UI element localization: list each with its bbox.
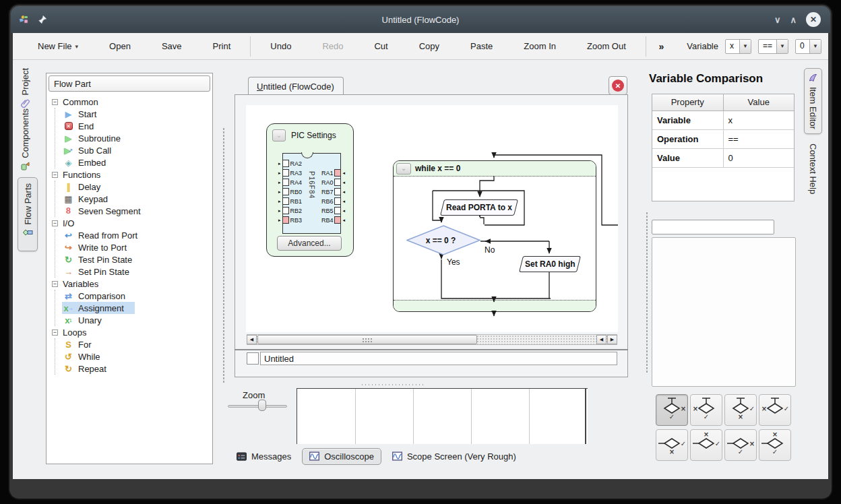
- toolbar-button-cut[interactable]: Cut: [365, 37, 397, 56]
- branch-option-2[interactable]: ×✓: [690, 394, 722, 426]
- collapse-icon[interactable]: −: [52, 99, 58, 105]
- right-panel-splitter[interactable]: [646, 212, 648, 373]
- tree-item-start[interactable]: ▶Start: [62, 108, 107, 120]
- sidebar-tab-context-help[interactable]: Context Help: [808, 144, 818, 197]
- titlebar[interactable]: Untitled (FlowCode) ∨ ∧ ✕: [11, 6, 830, 33]
- tree-item-while[interactable]: ↺While: [62, 350, 111, 363]
- minimize-icon[interactable]: ∨: [774, 15, 781, 25]
- tab-scope-screen-very-rough[interactable]: Scope Screen (Very Rough): [388, 449, 520, 464]
- tree-item-test-pin-state[interactable]: ↻Test Pin State: [62, 253, 143, 265]
- table-row[interactable]: Operation==: [652, 129, 794, 148]
- document-tab[interactable]: Untitled (FlowCode): [248, 77, 344, 95]
- tree-item-write-to-port[interactable]: ↪Write to Port: [62, 241, 137, 253]
- tree-item-set-pin-state[interactable]: →Set Pin State: [62, 265, 140, 278]
- toolbar-button-zoom-in[interactable]: Zoom In: [514, 37, 565, 56]
- pin-ra2: ▸RA2: [278, 160, 302, 167]
- toolbar-button-save[interactable]: Save: [152, 37, 191, 56]
- document-tab-label: Untitled (FlowCode): [257, 82, 334, 92]
- tree-item-embed[interactable]: ◈Embed: [62, 156, 117, 168]
- pic-settings-group[interactable]: ⌄ PIC Settings P16F84 ▸RA2▸RA3▸RA4▸RB0▸R…: [266, 123, 354, 257]
- toolbar-button-zoom-out[interactable]: Zoom Out: [578, 37, 635, 56]
- scroll-left2-icon[interactable]: ◀: [596, 335, 606, 344]
- set-ra0-box[interactable]: Set RA0 high: [519, 256, 581, 272]
- tree-item-keypad[interactable]: ▦Keypad: [62, 193, 119, 205]
- tree-item-for[interactable]: SFor: [62, 338, 102, 350]
- branch-option-3[interactable]: ×✓: [724, 394, 757, 426]
- branch-option-7[interactable]: ×✓: [724, 429, 757, 461]
- maximize-icon[interactable]: ∧: [790, 15, 797, 25]
- tree-item-comparison[interactable]: ⇄Comparison: [62, 290, 136, 302]
- tree-item-sub-call[interactable]: ▶↗Sub Call: [62, 144, 122, 156]
- document-close-button[interactable]: ✕: [609, 76, 627, 95]
- collapse-icon[interactable]: −: [52, 329, 58, 336]
- branch-option-6[interactable]: ×✓: [690, 429, 722, 461]
- seven-segment-icon: 8: [63, 207, 73, 216]
- tree-item-read-from-port[interactable]: ↩Read from Port: [62, 229, 148, 241]
- variable-select-1[interactable]: x▼: [725, 39, 751, 54]
- branch-option-4[interactable]: ×✓: [759, 394, 791, 426]
- flow-part-header[interactable]: Flow Part: [49, 75, 210, 92]
- sidebar-tab-project[interactable]: Project: [20, 68, 30, 108]
- tree-group-common[interactable]: −Common: [51, 96, 210, 108]
- tree-item-seven-segment[interactable]: 8Seven Segment: [62, 205, 152, 217]
- item-editor-input[interactable]: [652, 220, 774, 234]
- variable-select-3[interactable]: 0▼: [795, 39, 821, 54]
- toolbar-button-print[interactable]: Print: [204, 37, 241, 56]
- toolbar-button-new-file[interactable]: New File▾: [28, 37, 88, 56]
- while-icon: ↺: [63, 352, 73, 361]
- decision-diamond[interactable]: x == 0 ?: [406, 225, 480, 255]
- collapse-button[interactable]: ⌄: [272, 129, 286, 141]
- zoom-slider-track[interactable]: [228, 405, 287, 408]
- pin-arrow-icon: ◂: [342, 218, 345, 223]
- collapse-icon[interactable]: −: [52, 220, 58, 226]
- variable-select-2[interactable]: ==▼: [758, 39, 788, 54]
- tree-item-delay[interactable]: ∥Delay: [62, 181, 111, 193]
- chip-label: P16F84: [308, 171, 315, 199]
- tree-group-variables[interactable]: −Variables: [51, 278, 210, 290]
- toolbar-button-undo[interactable]: Undo: [261, 37, 301, 56]
- tree-item-repeat[interactable]: ↻Repeat: [62, 363, 117, 375]
- collapse-icon[interactable]: −: [52, 281, 58, 287]
- scrollbar-thumb[interactable]: [257, 335, 477, 344]
- pin-icon[interactable]: [37, 15, 47, 24]
- repeat-icon: ↻: [63, 365, 73, 373]
- document-name-field[interactable]: Untitled: [260, 352, 617, 365]
- read-porta-box[interactable]: Read PORTA to x: [440, 199, 518, 216]
- tab-oscilloscope[interactable]: Oscilloscope: [302, 448, 381, 465]
- scroll-left-icon[interactable]: ◀: [247, 335, 257, 344]
- tree-item-subroutine[interactable]: ▶Subroutine: [62, 132, 131, 144]
- tree-group-i-o[interactable]: −I/O: [51, 217, 210, 229]
- comparison-icon: ⇄: [63, 292, 73, 301]
- advanced-button[interactable]: Advanced...: [277, 236, 342, 251]
- oscilloscope-handle[interactable]: [361, 383, 425, 387]
- item-editor-list[interactable]: [652, 237, 796, 387]
- zoom-slider-thumb[interactable]: [258, 400, 266, 411]
- toolbar-button-paste[interactable]: Paste: [461, 37, 502, 56]
- toolbar-button-redo[interactable]: Redo: [313, 37, 352, 56]
- toolbar-overflow-icon[interactable]: »: [658, 41, 664, 52]
- sidebar-tab-flow-parts[interactable]: Flow Parts: [18, 177, 38, 251]
- toolbar-button-copy[interactable]: Copy: [410, 37, 449, 56]
- close-icon[interactable]: ✕: [806, 12, 821, 27]
- table-row[interactable]: Variablex: [652, 111, 794, 129]
- table-row[interactable]: Value0: [652, 148, 794, 167]
- flowchart-canvas[interactable]: ⌄ PIC Settings P16F84 ▸RA2▸RA3▸RA4▸RB0▸R…: [246, 105, 618, 332]
- tab-messages[interactable]: Messages: [232, 449, 295, 464]
- tree-item-assignment[interactable]: x→Assignment: [62, 302, 135, 314]
- tree-group-functions[interactable]: −Functions: [51, 168, 210, 181]
- pin-rb4: RB4◂: [321, 216, 345, 224]
- branch-option-8[interactable]: ×✓: [759, 429, 791, 461]
- branch-option-5[interactable]: ×✓: [656, 429, 688, 461]
- tree-group-loops[interactable]: −Loops: [51, 326, 210, 338]
- tree-item-unary[interactable]: x1Unary: [62, 314, 113, 326]
- name-checkbox[interactable]: [247, 352, 259, 365]
- panel-splitter[interactable]: [222, 127, 225, 383]
- tree-item-end[interactable]: ✕End: [62, 120, 104, 132]
- sidebar-tab-item-editor[interactable]: Item Editor: [804, 68, 822, 134]
- collapse-icon[interactable]: −: [52, 172, 58, 178]
- toolbar-button-open[interactable]: Open: [100, 37, 140, 56]
- canvas-hscrollbar[interactable]: ◀ ◀ ▶: [247, 334, 617, 345]
- scroll-right-icon[interactable]: ▶: [607, 335, 617, 344]
- branch-option-1[interactable]: ×✓: [656, 394, 688, 426]
- sidebar-tab-components[interactable]: Components: [20, 108, 30, 179]
